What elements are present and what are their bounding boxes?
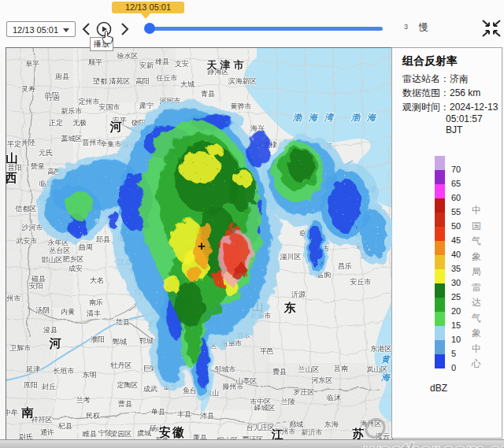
water-label: 渤 海 湾	[293, 112, 335, 124]
county-label: 河东区	[312, 376, 333, 386]
county-label: 肃宁	[139, 101, 154, 111]
province-label: 山	[6, 151, 20, 166]
county-label: 卫辉市	[10, 343, 32, 354]
county-label: 兰山区	[298, 365, 320, 375]
colorbar-segment	[435, 354, 445, 368]
county-label: 郯城	[289, 420, 303, 430]
county-label: 汶上	[183, 328, 198, 339]
colorbar-tick: 45	[451, 235, 461, 245]
cma-vertical-char: 气	[471, 235, 482, 248]
county-label: 莒南	[334, 364, 348, 374]
station-name-label: 雷达站名：	[402, 73, 450, 84]
cma-vertical-char: 象	[471, 250, 482, 264]
county-label: 封丘	[42, 382, 56, 392]
county-label: 高邑	[47, 167, 61, 177]
county-label: 大名	[90, 276, 104, 286]
cma-vertical-char: 局	[471, 265, 482, 279]
county-label: 清苑区	[109, 76, 131, 87]
county-label: 无极	[72, 118, 87, 128]
county-label: 临沭	[327, 393, 341, 403]
colorbar-tick: 65	[451, 179, 461, 188]
colorbar-segment	[435, 269, 445, 283]
county-label: 滨海新区	[228, 76, 257, 87]
county-label: 尉氏	[19, 432, 33, 441]
county-label: 文安	[175, 59, 189, 69]
county-label: 昌乐	[338, 261, 352, 272]
province-label: 江	[272, 428, 285, 441]
county-label: 岱岳区	[219, 302, 240, 312]
watermark: weather.com.cn	[361, 415, 504, 448]
county-label: 青县	[201, 89, 215, 99]
county-label: 山亭区	[236, 376, 258, 387]
colorbar-segment	[435, 213, 445, 227]
county-label: 临朐	[317, 270, 331, 280]
colorbar-segment	[435, 184, 445, 198]
county-label: 东明	[83, 370, 97, 380]
county-label: 新乐市	[61, 106, 83, 117]
county-label: 长垣市	[54, 366, 75, 376]
county-label: 中牟	[6, 408, 18, 418]
colorbar-tick: 5	[451, 349, 456, 358]
county-label: 寿光市	[329, 223, 350, 233]
colorbar-tick: 30	[451, 278, 461, 287]
colorbar-tick: 20	[451, 306, 461, 316]
toolbar: 12/13 05:01 12/13 05:01 播放 3 慢	[0, 0, 504, 47]
time-slider-track[interactable]	[146, 27, 383, 31]
county-label: 平原	[146, 207, 160, 217]
station-name-value: 济南	[450, 73, 469, 84]
county-label: 兰考	[76, 395, 91, 405]
county-label: 安新	[139, 61, 154, 71]
county-label: 垦利区	[329, 165, 350, 176]
county-label: 沂源	[291, 290, 306, 300]
water-label: 海	[381, 372, 392, 383]
county-label: 任丘市	[157, 73, 178, 83]
obs-time-row: 观测时间：2024-12-13	[402, 101, 498, 114]
county-label: 邹城市	[215, 365, 236, 375]
collapse-fullscreen-button[interactable]	[480, 19, 502, 41]
province-label: 河	[110, 120, 124, 135]
county-label: 武安市	[17, 236, 38, 246]
county-label: 信都区	[16, 204, 37, 214]
info-panel: 组合反射率 雷达站名：济南 数据范围：256 km 观测时间：2024-12-1…	[391, 47, 502, 439]
time-dropdown[interactable]: 12/13 05:01	[6, 21, 76, 37]
county-label: 高阳	[135, 76, 150, 87]
county-label: 东营区	[319, 183, 340, 193]
colorbar-segment	[435, 326, 445, 340]
water-label: 渤 海	[351, 112, 378, 124]
county-label: 黄骅市	[231, 102, 252, 112]
county-label: 安国市	[99, 102, 120, 113]
county-label: 成武	[143, 384, 158, 394]
next-frame-button[interactable]	[117, 21, 132, 37]
county-label: 丰县	[177, 409, 191, 420]
colorbar-tick: 50	[451, 221, 461, 231]
county-label: 临淄区	[300, 228, 321, 239]
county-label: 费县	[272, 367, 287, 377]
province-label: 西	[6, 171, 19, 186]
county-label: 雄县	[155, 57, 169, 67]
time-slider-handle[interactable]	[144, 23, 155, 34]
county-label: 广饶	[318, 208, 332, 218]
colorbar-tick: 0	[451, 363, 456, 372]
county-label: 曲周	[79, 243, 93, 253]
county-label: 沾化区	[284, 154, 305, 164]
county-label: 沙河市	[22, 223, 43, 233]
county-label: 邯山区	[42, 255, 63, 265]
county-label: 浚县	[43, 325, 57, 335]
cma-vertical-char: 心	[471, 357, 482, 371]
colorbar-segment	[435, 312, 445, 326]
county-label: 青州市	[309, 244, 330, 254]
county-label: 威县	[106, 214, 120, 224]
obs-time-label: 观测时间：	[402, 102, 450, 113]
county-label: 民权	[86, 411, 100, 421]
cma-vertical-char: 达	[471, 296, 482, 309]
county-label: 泰山区	[221, 287, 243, 297]
county-label: 萧县	[193, 433, 207, 441]
county-label: 单县	[151, 407, 165, 417]
prev-frame-button[interactable]	[79, 21, 94, 37]
data-range-value: 256 km	[450, 87, 480, 98]
county-label: 临清市	[130, 236, 151, 246]
cma-vertical-char: 气	[471, 312, 482, 325]
radar-map[interactable]: 阜平唐县顺平徐水区安新雄县文安大城任丘市曲阳望都清苑区高阳河间市灵寿行唐定州市安…	[6, 47, 393, 440]
county-label: 井陉	[21, 138, 35, 148]
speed-slow-button[interactable]: 慢	[419, 20, 428, 34]
